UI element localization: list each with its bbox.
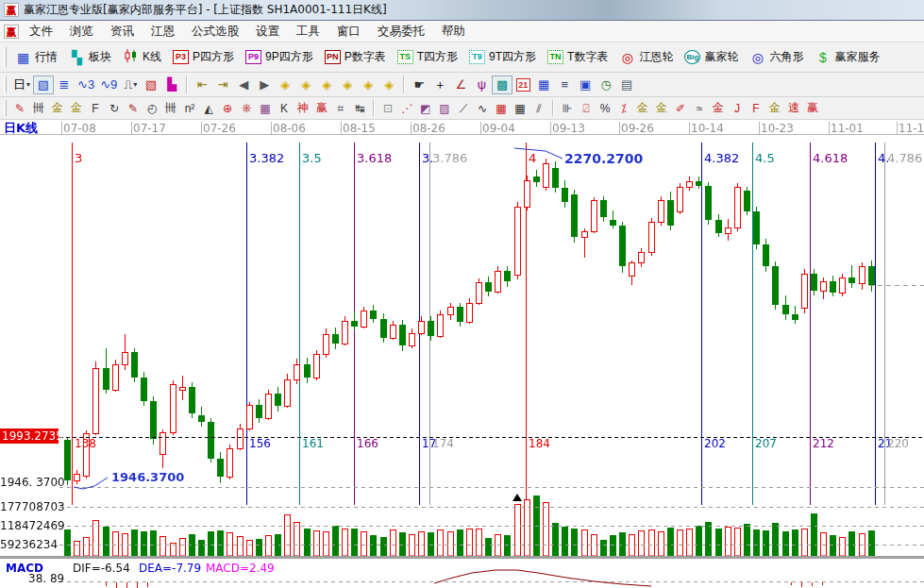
gann-fork-button[interactable]: ψ: [471, 76, 492, 94]
sectors-button[interactable]: ▚板块: [64, 46, 118, 68]
color-histogram-button[interactable]: ▙: [161, 76, 182, 94]
menu-item-0[interactable]: 文件: [21, 22, 61, 42]
win-tool[interactable]: 赢: [312, 100, 331, 117]
calendar-tool-button[interactable]: 21: [512, 76, 533, 94]
kline-button[interactable]: K线: [118, 46, 168, 68]
t-number-table-button[interactable]: TNT数字表: [543, 46, 614, 68]
pattern-view-button[interactable]: ▧: [33, 76, 54, 94]
quotes-button[interactable]: ▦行情: [10, 46, 64, 68]
grid-123-tool[interactable]: ⌗: [331, 100, 350, 117]
gold-angle-tool[interactable]: 金: [709, 100, 728, 117]
page-left-button[interactable]: ◀: [233, 76, 254, 94]
target-cross-tool[interactable]: ⊕: [218, 100, 237, 117]
f-angle-tool[interactable]: F: [747, 100, 765, 117]
menu-item-4[interactable]: 公式选股: [183, 22, 247, 42]
gann-ratio-label: 4.5: [755, 152, 775, 165]
k-quote-tool[interactable]: K: [275, 100, 294, 117]
candlestick-chart[interactable]: [0, 120, 924, 588]
diamond-cross-button[interactable]: ◈: [337, 76, 358, 94]
menu-item-2[interactable]: 资讯: [102, 22, 143, 42]
f-ruler-tool[interactable]: F: [86, 100, 105, 117]
price-scale-tool-icon: ⊪: [563, 102, 572, 115]
slope-tool[interactable]: ⫽: [529, 100, 548, 117]
info-view-button[interactable]: ≣: [54, 76, 75, 94]
ray-box-tool[interactable]: ▨: [435, 100, 454, 117]
percent-line-tool[interactable]: ⁒: [614, 100, 633, 117]
win-angle-tool[interactable]: 赢: [803, 100, 822, 117]
gold-line-tool[interactable]: 金: [652, 100, 671, 117]
pattern-red-button[interactable]: ▧: [141, 76, 161, 94]
percent-slope-tool[interactable]: ⍁: [577, 100, 596, 117]
span-arrow-tool[interactable]: ↹: [350, 100, 369, 117]
maze-tool-button[interactable]: ▩: [492, 76, 512, 94]
toolbar-grip[interactable]: [4, 100, 7, 115]
diamond-expand-button[interactable]: ◈: [316, 76, 337, 94]
menu-item-1[interactable]: 浏览: [61, 22, 102, 42]
box-measure-tool[interactable]: ⊡: [378, 100, 397, 117]
speed-gold-tool[interactable]: 金: [765, 100, 784, 117]
grid-tool[interactable]: 卌: [29, 100, 48, 117]
n-square-tool[interactable]: n²: [180, 100, 199, 117]
diamond-left-button[interactable]: ◈: [275, 76, 295, 94]
jump-last-button[interactable]: ⇥: [212, 76, 233, 94]
9p-square-button[interactable]: P99P四方形: [241, 46, 320, 68]
gold-grid2-tool[interactable]: 金: [67, 100, 86, 117]
menu-item-3[interactable]: 江恩: [143, 22, 183, 42]
toolbar-grip[interactable]: [4, 76, 7, 93]
time-circle-tool[interactable]: ◴: [143, 100, 161, 117]
set-square-tool[interactable]: ◭: [199, 100, 218, 117]
dense-grid2-tool[interactable]: ▦: [511, 100, 529, 117]
toolbar-grip[interactable]: [4, 47, 7, 68]
shen-tool[interactable]: 神: [294, 100, 312, 117]
price-scale-tool[interactable]: ⊪: [558, 100, 577, 117]
chart-time-tool-button[interactable]: ◷: [596, 76, 616, 94]
star-grid-tool[interactable]: ❋: [237, 100, 256, 117]
save-tool-button[interactable]: ▣: [575, 76, 596, 94]
fan-tool[interactable]: ⋰: [397, 100, 416, 117]
j-angle-tool[interactable]: J: [728, 100, 747, 117]
grid-overlay-tool[interactable]: ▦: [256, 100, 275, 117]
diamond-right-button[interactable]: ◈: [295, 76, 316, 94]
jump-first-button[interactable]: ⇤: [192, 76, 212, 94]
candle-style-dropdown[interactable]: ⎍▾: [120, 76, 141, 94]
hexagon-button[interactable]: ◎六角形: [745, 46, 810, 68]
diamond-plus-button[interactable]: ◈: [358, 76, 378, 94]
remote-tool-button[interactable]: ▤: [616, 76, 637, 94]
flag-brush-tool[interactable]: ✐: [671, 100, 690, 117]
page-right-button[interactable]: ▶: [254, 76, 275, 94]
fan-box-tool[interactable]: ◩: [416, 100, 435, 117]
period-day-dropdown[interactable]: 日▾: [10, 76, 33, 94]
wave-3-button[interactable]: ∿3: [75, 76, 97, 94]
crosshair-tool-button[interactable]: ＋: [429, 76, 450, 94]
hand-tool-button[interactable]: ☛: [409, 76, 429, 94]
spiral-tool[interactable]: ↻: [105, 100, 124, 117]
trend-line-tool[interactable]: ⟋: [454, 100, 473, 117]
p-square-button[interactable]: P3P四方形: [168, 46, 241, 68]
gold-circle-tool[interactable]: 金: [633, 100, 652, 117]
menu-item-9[interactable]: 帮助: [433, 22, 474, 42]
notes-tool-button[interactable]: ≡: [554, 76, 575, 94]
angle-measure-button[interactable]: ∠: [450, 76, 471, 94]
gann-wheel-button[interactable]: ◎江恩轮: [614, 46, 680, 68]
menu-item-5[interactable]: 设置: [247, 22, 288, 42]
t-square-button[interactable]: TST四方形: [393, 46, 464, 68]
winner-service-button[interactable]: $赢家服务: [810, 46, 886, 68]
diamond-move-button[interactable]: ◈: [378, 76, 399, 94]
percent-tool[interactable]: %: [596, 100, 614, 117]
menu-item-7[interactable]: 窗口: [328, 22, 369, 42]
gold-grid-tool[interactable]: 金: [48, 100, 67, 117]
fence-tool[interactable]: 卌: [161, 100, 180, 117]
brush-tool[interactable]: ✎: [10, 100, 29, 117]
winner-wheel-button[interactable]: Big赢家轮: [680, 46, 745, 68]
menu-item-8[interactable]: 交易委托: [369, 22, 433, 42]
zigzag-tool[interactable]: ∿: [473, 100, 492, 117]
wave-9-button[interactable]: ∿9: [97, 76, 120, 94]
red-brush-tool[interactable]: ✎: [124, 100, 143, 117]
9t-square-button[interactable]: T99T四方形: [464, 46, 543, 68]
menu-item-6[interactable]: 工具: [288, 22, 328, 42]
speed-angle-tool[interactable]: 速: [784, 100, 803, 117]
calculator-tool-button[interactable]: ▦: [533, 76, 554, 94]
dense-grid-tool[interactable]: ▦: [492, 100, 511, 117]
p-number-table-button[interactable]: PNP数字表: [320, 46, 393, 68]
wave-band-tool[interactable]: ≈: [690, 100, 709, 117]
